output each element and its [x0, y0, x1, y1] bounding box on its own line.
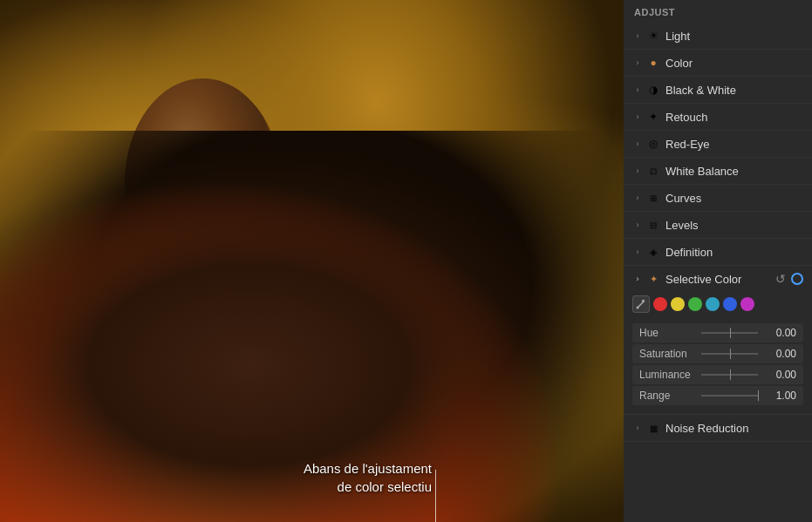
chevron-icon-retouch: › [632, 112, 643, 122]
adjust-item-light[interactable]: › ☀ Light [624, 23, 812, 50]
levels-icon: ⊟ [646, 218, 660, 232]
adjust-item-retouch[interactable]: › ✦ Retouch [624, 104, 812, 131]
saturation-slider-row: Saturation 0.00 [632, 344, 803, 363]
color-picker-row [632, 292, 803, 316]
saturation-track[interactable] [701, 353, 758, 355]
luminance-divider [730, 369, 731, 380]
hue-track[interactable] [701, 332, 758, 334]
clothing-overlay [31, 313, 374, 522]
color-dot-cyan[interactable] [706, 297, 720, 311]
adjust-item-noise-reduction[interactable]: › ▦ Noise Reduction [624, 415, 812, 442]
item-label-curves: Curves [665, 192, 803, 205]
range-label: Range [639, 390, 696, 402]
chevron-icon-bw: › [632, 85, 643, 95]
hue-value: 0.00 [763, 327, 796, 339]
chevron-icon-levels: › [632, 220, 643, 230]
range-track[interactable] [701, 395, 758, 397]
hue-divider [730, 328, 731, 338]
adjust-item-redeye[interactable]: › ◎ Red-Eye [624, 131, 812, 158]
panel-header: ADJUST [624, 0, 812, 23]
caption-line-indicator [435, 470, 436, 522]
range-slider-row: Range 1.00 [632, 386, 803, 405]
saturation-label: Saturation [639, 348, 696, 360]
luminance-track[interactable] [701, 374, 758, 376]
adjust-item-bw[interactable]: › ◑ Black & White [624, 77, 812, 104]
light-icon: ☀ [646, 29, 660, 43]
chevron-icon-sc: › [632, 274, 643, 284]
color-dot-red[interactable] [653, 297, 667, 311]
color-dot-green[interactable] [688, 297, 702, 311]
hue-label: Hue [639, 327, 696, 339]
luminance-value: 0.00 [763, 369, 796, 381]
sc-reset-button[interactable]: ↺ [775, 272, 786, 286]
item-label-redeye: Red-Eye [665, 138, 803, 151]
item-label-retouch: Retouch [665, 111, 803, 124]
curves-icon: ⊞ [646, 191, 660, 205]
adjust-list: › ☀ Light › ● Color › ◑ Black & White › … [624, 23, 812, 522]
item-label-wb: White Balance [665, 165, 803, 178]
item-label-bw: Black & White [665, 84, 803, 97]
saturation-divider [730, 349, 731, 359]
redeye-icon: ◎ [646, 137, 660, 151]
color-icon: ● [646, 56, 660, 70]
chevron-icon-definition: › [632, 247, 643, 257]
svg-point-2 [637, 307, 639, 309]
range-divider [758, 390, 759, 401]
adjust-panel: ADJUST › ☀ Light › ● Color › ◑ Black & W… [624, 0, 812, 522]
face-overlay [125, 78, 281, 288]
selective-color-section: › ✦ Selective Color ↺ [624, 266, 812, 415]
selective-color-header[interactable]: › ✦ Selective Color ↺ [624, 266, 812, 292]
item-label-color: Color [665, 57, 803, 70]
adjust-item-white-balance[interactable]: › ⊡ White Balance [624, 158, 812, 185]
chevron-icon-noise: › [632, 423, 643, 433]
definition-icon: ◈ [646, 245, 660, 259]
item-label-noise: Noise Reduction [665, 422, 803, 435]
retouch-icon: ✦ [646, 110, 660, 124]
hue-slider-row: Hue 0.00 [632, 323, 803, 342]
luminance-label: Luminance [639, 369, 696, 381]
luminance-slider-row: Luminance 0.00 [632, 365, 803, 384]
range-value: 1.00 [763, 390, 796, 402]
color-dot-yellow[interactable] [671, 297, 685, 311]
item-label-sc: Selective Color [665, 273, 775, 286]
sc-body: Hue 0.00 Saturation 0.00 Luminance [624, 292, 812, 414]
sc-actions: ↺ [775, 272, 803, 286]
photo-area: Abans de l'ajustament de color selectiu [0, 0, 624, 522]
adjust-item-definition[interactable]: › ◈ Definition [624, 239, 812, 266]
selective-color-icon: ✦ [646, 272, 660, 286]
chevron-icon-color: › [632, 58, 643, 68]
chevron-icon-curves: › [632, 193, 643, 203]
item-label-levels: Levels [665, 219, 803, 232]
bw-icon: ◑ [646, 83, 660, 97]
adjust-item-curves[interactable]: › ⊞ Curves [624, 185, 812, 212]
eyedropper-button[interactable] [632, 295, 650, 313]
white-balance-icon: ⊡ [646, 164, 660, 178]
chevron-icon-wb: › [632, 166, 643, 176]
saturation-value: 0.00 [763, 348, 796, 360]
noise-reduction-icon: ▦ [646, 421, 660, 435]
color-dot-blue[interactable] [723, 297, 737, 311]
item-label-definition: Definition [665, 246, 803, 259]
photo-background [0, 0, 624, 522]
sc-toggle-button[interactable] [791, 273, 803, 285]
adjust-item-levels[interactable]: › ⊟ Levels [624, 212, 812, 239]
adjust-item-color[interactable]: › ● Color [624, 50, 812, 77]
color-dot-magenta[interactable] [740, 297, 754, 311]
chevron-icon-redeye: › [632, 139, 643, 149]
chevron-icon-light: › [632, 31, 643, 41]
item-label-light: Light [665, 30, 803, 43]
